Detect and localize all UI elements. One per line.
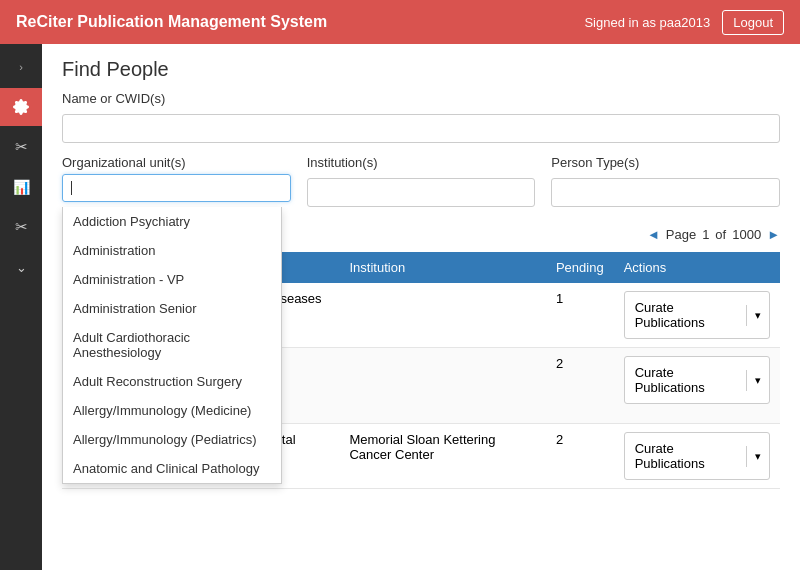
col-header-pending: Pending: [546, 252, 614, 283]
dropdown-item-anatomic[interactable]: Anatomic and Clinical Pathology: [63, 454, 281, 483]
app-title: ReCiter Publication Management System: [16, 13, 327, 31]
curate-publications-button[interactable]: Curate Publications ▾: [624, 356, 770, 404]
person-type-field-col: Person Type(s): [551, 155, 780, 207]
dropdown-item-adult-cardio[interactable]: Adult Cardiothoracic Anesthesiology: [63, 323, 281, 367]
signed-in-text: Signed in as paa2013: [584, 15, 710, 30]
org-field-label: Organizational unit(s): [62, 155, 291, 170]
row-fields: Organizational unit(s) Addiction Psychia…: [62, 155, 780, 207]
sidebar-item-chevron[interactable]: ⌄: [0, 248, 42, 286]
curate-btn-dropdown-arrow[interactable]: ▾: [746, 446, 769, 467]
curate-btn-label: Curate Publications: [625, 437, 746, 475]
dropdown-item-admin-senior[interactable]: Administration Senior: [63, 294, 281, 323]
chevron-down-icon: ⌄: [16, 260, 27, 275]
col-header-actions: Actions: [614, 252, 780, 283]
pending-cell: 1: [546, 283, 614, 348]
person-type-field-label: Person Type(s): [551, 155, 780, 170]
next-page-button[interactable]: ►: [767, 227, 780, 242]
institution-field-label: Institution(s): [307, 155, 536, 170]
institution-cell: [339, 348, 545, 424]
page-of: of: [715, 227, 726, 242]
page-current: 1: [702, 227, 709, 242]
institution-cell: [339, 283, 545, 348]
actions-cell: Curate Publications ▾: [614, 348, 780, 424]
sidebar-expand[interactable]: ›: [0, 48, 42, 86]
org-field-col: Organizational unit(s) Addiction Psychia…: [62, 155, 291, 207]
pending-cell: 2: [546, 348, 614, 424]
dropdown-item-adult-recon[interactable]: Adult Reconstruction Surgery: [63, 367, 281, 396]
page-total: 1000: [732, 227, 761, 242]
institution-field-col: Institution(s): [307, 155, 536, 207]
gear-icon: [13, 99, 29, 115]
sidebar-item-scissors[interactable]: ✂: [0, 128, 42, 166]
header-right: Signed in as paa2013 Logout: [584, 10, 784, 35]
curate-publications-button[interactable]: Curate Publications ▾: [624, 291, 770, 339]
form-area: Name or CWID(s) Organizational unit(s) A…: [42, 91, 800, 207]
sidebar-item-settings[interactable]: [0, 88, 42, 126]
sidebar-item-chart[interactable]: 📊: [0, 168, 42, 206]
dropdown-item-allergy-peds[interactable]: Allergy/Immunology (Pediatrics): [63, 425, 281, 454]
curate-btn-dropdown-arrow[interactable]: ▾: [746, 305, 769, 326]
pagination: ◄ Page 1 of 1000 ►: [647, 227, 780, 242]
curate-btn-dropdown-arrow[interactable]: ▾: [746, 370, 769, 391]
logout-button[interactable]: Logout: [722, 10, 784, 35]
chart-icon: 📊: [13, 179, 30, 195]
body-layout: › ✂ 📊 ✂ ⌄ Find People Name or CWID(s): [0, 44, 800, 570]
page-title: Find People: [42, 44, 800, 91]
tools-icon: ✂: [15, 218, 28, 236]
org-dropdown: Addiction Psychiatry Administration Admi…: [62, 207, 282, 484]
dropdown-item-allergy-med[interactable]: Allergy/Immunology (Medicine): [63, 396, 281, 425]
curate-btn-label: Curate Publications: [625, 296, 746, 334]
col-header-institution: Institution: [339, 252, 545, 283]
scissors-icon: ✂: [15, 138, 28, 156]
sidebar-item-tools[interactable]: ✂: [0, 208, 42, 246]
actions-cell: Curate Publications ▾: [614, 424, 780, 489]
name-field-label: Name or CWID(s): [62, 91, 780, 106]
sidebar: › ✂ 📊 ✂ ⌄: [0, 44, 42, 570]
page-label: Page: [666, 227, 696, 242]
dropdown-item-addiction[interactable]: Addiction Psychiatry: [63, 207, 281, 236]
prev-page-button[interactable]: ◄: [647, 227, 660, 242]
header: ReCiter Publication Management System Si…: [0, 0, 800, 44]
main-content: Find People Name or CWID(s) Organization…: [42, 44, 800, 570]
institution-cell: Memorial Sloan Kettering Cancer Center: [339, 424, 545, 489]
curate-publications-button[interactable]: Curate Publications ▾: [624, 432, 770, 480]
name-input[interactable]: [62, 114, 780, 143]
dropdown-item-admin-vp[interactable]: Administration - VP: [63, 265, 281, 294]
text-cursor: [71, 181, 72, 195]
person-type-input[interactable]: [551, 178, 780, 207]
dropdown-item-administration[interactable]: Administration: [63, 236, 281, 265]
actions-cell: Curate Publications ▾: [614, 283, 780, 348]
pending-cell: 2: [546, 424, 614, 489]
curate-btn-label: Curate Publications: [625, 361, 746, 399]
org-input-wrapper[interactable]: [62, 174, 291, 202]
name-field-group: Name or CWID(s): [62, 91, 780, 143]
institution-input[interactable]: [307, 178, 536, 207]
